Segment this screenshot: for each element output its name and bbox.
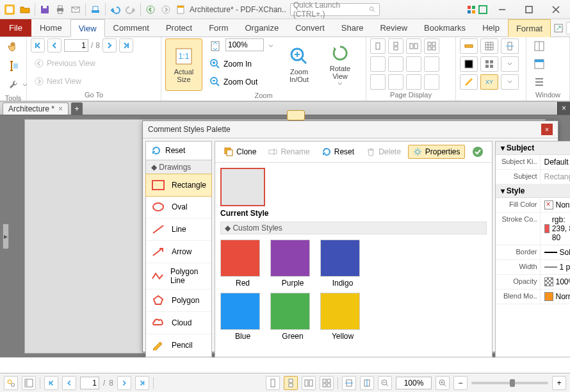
undo-icon[interactable] bbox=[108, 3, 122, 17]
prop-fill-color[interactable]: None bbox=[541, 198, 570, 212]
facing-button[interactable] bbox=[406, 38, 421, 54]
actual-size-button[interactable]: 1:1 Actual Size bbox=[165, 38, 202, 91]
sb-fit-page[interactable] bbox=[360, 376, 374, 390]
fullscreen-icon[interactable] bbox=[478, 4, 488, 15]
print-icon[interactable] bbox=[53, 3, 67, 17]
zoom-dropdown[interactable] bbox=[265, 38, 277, 54]
continuous-button[interactable] bbox=[388, 38, 403, 54]
last-page-button[interactable] bbox=[119, 38, 133, 53]
layout-4[interactable] bbox=[424, 56, 439, 72]
tab-comment[interactable]: Comment bbox=[105, 19, 158, 37]
prop-subject-kind[interactable]: Default bbox=[541, 155, 570, 169]
more-window-button[interactable] bbox=[530, 74, 548, 90]
snap-button[interactable] bbox=[460, 56, 478, 72]
tab-share[interactable]: Share bbox=[333, 19, 372, 37]
document-viewport[interactable]: Comment Styles Palette × Reset ◆ Drawing… bbox=[12, 115, 558, 357]
delete-button[interactable]: Delete bbox=[361, 145, 405, 159]
tab-format[interactable]: Format bbox=[508, 19, 551, 37]
nav-back-icon[interactable] bbox=[143, 3, 158, 17]
slider-thumb[interactable] bbox=[510, 379, 515, 387]
sb-zoom-out[interactable] bbox=[378, 376, 392, 390]
doc-tab-architecture[interactable]: Architecture * × bbox=[3, 102, 69, 115]
tab-protect[interactable]: Protect bbox=[158, 19, 200, 37]
tab-form[interactable]: Form bbox=[200, 19, 236, 37]
minimize-button[interactable] bbox=[489, 1, 515, 19]
layout-5[interactable] bbox=[370, 74, 386, 90]
left-panel-handle[interactable]: ▸ bbox=[0, 115, 12, 357]
style-line[interactable]: Line bbox=[146, 218, 211, 241]
tab-help[interactable]: Help bbox=[474, 19, 508, 37]
email-icon[interactable] bbox=[69, 3, 83, 17]
swatch-green[interactable]: Green bbox=[270, 293, 315, 341]
layout-1[interactable] bbox=[370, 56, 386, 72]
rotate-view-button[interactable]: Rotate View bbox=[322, 38, 359, 91]
dropdown-button[interactable] bbox=[501, 56, 519, 72]
sb-first-page[interactable] bbox=[44, 376, 58, 390]
sb-page-input[interactable] bbox=[80, 377, 99, 389]
more-button[interactable] bbox=[501, 74, 519, 90]
layout-3[interactable] bbox=[406, 56, 421, 72]
sb-fit-width[interactable] bbox=[342, 376, 356, 390]
page-number-input[interactable] bbox=[64, 39, 88, 52]
rename-button[interactable]: Rename bbox=[263, 145, 314, 159]
zoom-out-button[interactable]: Zoom Out bbox=[206, 74, 277, 90]
style-rectangle[interactable]: Rectangle bbox=[145, 174, 212, 197]
redo-icon[interactable] bbox=[124, 3, 138, 17]
tab-home[interactable]: Home bbox=[31, 19, 70, 37]
prev-page-button[interactable] bbox=[47, 38, 61, 53]
sb-zoom-in[interactable] bbox=[436, 376, 450, 390]
sb-facing[interactable] bbox=[302, 376, 316, 390]
xy-button[interactable]: XY bbox=[480, 74, 498, 90]
zoom-in-button[interactable]: Zoom In bbox=[206, 56, 277, 72]
sb-single-page[interactable] bbox=[266, 376, 280, 390]
current-style-swatch[interactable] bbox=[220, 168, 265, 206]
swatch-purple[interactable]: Purple bbox=[270, 240, 315, 288]
layout-2[interactable] bbox=[388, 56, 403, 72]
launch-app-icon[interactable] bbox=[553, 23, 564, 33]
sb-slider-minus[interactable]: − bbox=[453, 376, 468, 390]
add-tab-button[interactable]: + bbox=[71, 102, 83, 115]
prop-border[interactable]: Solid bbox=[541, 245, 570, 259]
scan-icon[interactable] bbox=[88, 3, 102, 17]
close-all-tabs-button[interactable]: × bbox=[557, 102, 570, 115]
first-page-button[interactable] bbox=[31, 38, 45, 53]
layout-7[interactable] bbox=[406, 74, 421, 90]
prop-stroke-color[interactable]: rgb: 239, 83, 80 bbox=[541, 213, 570, 245]
sb-facing-cont[interactable] bbox=[320, 376, 334, 390]
sb-last-page[interactable] bbox=[135, 376, 149, 390]
tab-bookmarks[interactable]: Bookmarks bbox=[416, 19, 474, 37]
sb-zoom-input[interactable] bbox=[396, 377, 432, 389]
layout-8[interactable] bbox=[424, 74, 439, 90]
single-page-button[interactable] bbox=[370, 38, 386, 54]
zoom-slider[interactable] bbox=[471, 382, 548, 384]
swatch-indigo[interactable]: Indigo bbox=[320, 240, 365, 288]
props-pane-button[interactable] bbox=[530, 56, 548, 72]
split-button[interactable] bbox=[530, 38, 548, 54]
maximize-button[interactable] bbox=[516, 1, 542, 19]
ruler-button[interactable] bbox=[460, 38, 478, 54]
open-icon[interactable] bbox=[18, 3, 32, 17]
palette-dock-handle[interactable] bbox=[287, 110, 305, 120]
close-tab-icon[interactable]: × bbox=[58, 104, 63, 113]
style-arrow[interactable]: Arrow bbox=[146, 241, 211, 263]
app-menu-icon[interactable] bbox=[3, 3, 17, 17]
zoom-input[interactable] bbox=[225, 38, 264, 51]
layout-6[interactable] bbox=[388, 74, 403, 90]
tab-convert[interactable]: Convert bbox=[287, 19, 333, 37]
facing-cont-button[interactable] bbox=[424, 38, 439, 54]
next-view-button[interactable]: Next View bbox=[31, 74, 85, 88]
next-page-button[interactable] bbox=[102, 38, 117, 53]
sb-next-page[interactable] bbox=[117, 376, 131, 390]
save-icon[interactable] bbox=[38, 3, 52, 17]
measure-button[interactable] bbox=[460, 74, 478, 90]
swatch-yellow[interactable]: Yellow bbox=[320, 293, 365, 341]
clone-button[interactable]: Clone bbox=[219, 145, 261, 159]
previous-view-button[interactable]: Previous View bbox=[31, 56, 99, 70]
find-button[interactable]: Find.. bbox=[566, 22, 570, 35]
nav-fwd-icon[interactable] bbox=[159, 3, 173, 17]
fit-page-button[interactable] bbox=[206, 38, 224, 54]
sb-prev-page[interactable] bbox=[62, 376, 76, 390]
palette-close-button[interactable]: × bbox=[541, 124, 553, 135]
prop-blend-mode[interactable]: Normal bbox=[541, 290, 570, 304]
zoom-inout-button[interactable]: Zoom In/Out bbox=[281, 38, 318, 91]
